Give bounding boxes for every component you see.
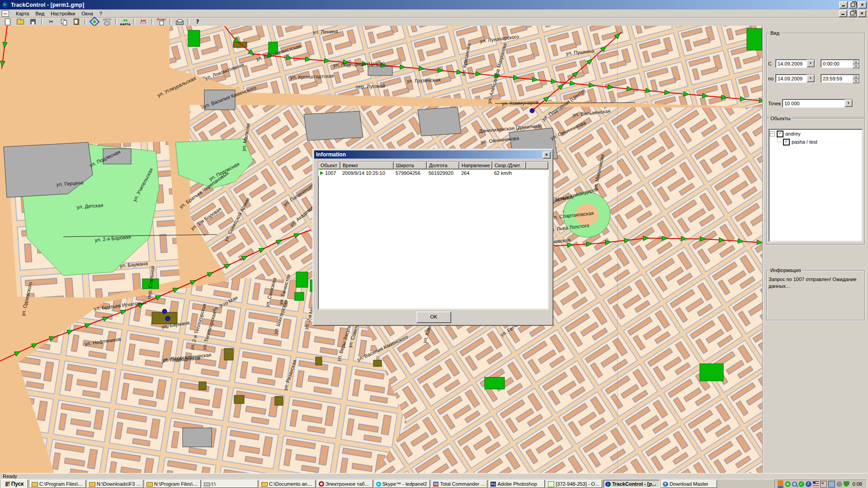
taskbar-button[interactable]: [372-948-253] - O... [546,480,602,488]
mdi-restore-button[interactable] [848,10,857,17]
center-target-button[interactable] [89,18,100,26]
auto-track-button[interactable]: АВТО [101,18,113,26]
save-button[interactable] [27,18,39,26]
tree-collapse-icon[interactable]: − [770,131,775,136]
menu-5[interactable]: ? [96,10,105,17]
column-header[interactable]: Скор./Длит. [492,162,526,169]
dialog-close-button[interactable]: × [542,151,551,159]
start-button[interactable]: Пуск [1,479,28,488]
agent-check-icon[interactable]: ✓ [798,481,804,487]
menu-2[interactable]: Вид [32,10,47,17]
cut-button[interactable]: ✂ [45,18,57,26]
dropdown-icon[interactable]: ▼ [807,75,815,82]
taskbar-button[interactable]: TCTotal Commander 7... [431,480,487,488]
antivirus-shield-icon[interactable] [844,481,849,487]
menu-4[interactable]: Окна [78,10,96,17]
ok-button[interactable]: OK [416,311,451,323]
minimize-button[interactable] [839,1,848,9]
icq-flower-icon[interactable] [785,481,791,487]
table-cell: 561929920 [427,170,459,176]
listview-header[interactable]: ОбьектВремяШиротаДолготаНапрвлениеСкор./… [318,162,548,169]
column-header[interactable]: Обьект [318,162,340,169]
column-header[interactable]: Время [340,162,394,169]
dialog-title-bar[interactable]: Information × [314,150,552,159]
column-header[interactable]: Долгота [427,162,459,169]
taskbar-button[interactable]: TrackControl - [p... [604,480,660,488]
listview-row[interactable]: 10072009/9/14 10:25:10579904256561929920… [318,169,548,176]
taskbar-button[interactable]: PsAdobe Photoshop [489,480,545,488]
taskbar-button[interactable]: Download Master [661,480,717,488]
menu-3[interactable]: Настройки [47,10,78,17]
help-button[interactable]: ? [192,18,203,26]
taskbar-button[interactable]: N:\Downloads\F3 R... [87,480,143,488]
mdi-close-button[interactable]: × [858,10,866,17]
column-header[interactable]: Широта [394,162,427,169]
toolbar-separator [151,19,153,25]
tray-clock[interactable]: 0:08 [851,481,864,487]
print-button[interactable] [174,18,185,26]
from-date-combo[interactable]: 14.09.2009 ▼ [775,59,815,68]
spin-down-icon[interactable]: ▼ [853,64,859,68]
document-icon[interactable]: doc [2,10,9,17]
tree-item-pasha-test[interactable]: ✓ pasha / test [777,138,862,145]
windows-logo-icon [5,481,10,486]
tray-app-icon[interactable] [778,480,783,488]
copy-button[interactable] [58,18,70,26]
spin-up-icon[interactable]: ▲ [853,75,859,79]
dropdown-icon[interactable]: ▼ [844,99,853,107]
tree-item-andrey[interactable]: − ✓ andrey [769,130,862,137]
printer-icon [176,21,184,25]
to-time-spinner[interactable]: 23:59:59 ▲▼ [821,74,860,83]
column-header[interactable] [526,162,548,169]
taskbar-button[interactable]: I:\ [202,480,258,488]
from-time-spinner[interactable]: 0:00:00 ▲▼ [821,59,860,68]
checkbox-pasha-test[interactable]: ✓ [783,139,790,145]
checkbox-andrey[interactable]: ✓ [777,131,783,137]
search-icon[interactable] [792,482,797,487]
open-file-button[interactable] [14,18,26,26]
network-disconnected-icon[interactable] [820,481,827,488]
mdi-minimize-button[interactable] [839,10,847,17]
taskbar-button[interactable]: SSkype™ - ledpanel2 [374,480,430,488]
toolbar-separator [115,19,117,25]
toolbar-separator [188,19,189,25]
objects-tree[interactable]: − ✓ andrey ✓ pasha / test [769,129,863,242]
folder2-icon [89,482,95,487]
folder2-icon [261,482,268,487]
open-folder-icon [17,19,24,24]
map-mode-button[interactable]: ↔ КАРТА [119,18,131,26]
taskbar-button[interactable]: C:\Program Files\F... [30,480,86,488]
network-icon[interactable] [828,481,835,488]
taskbar: Пуск C:\Program Files\F...N:\Downloads\F… [0,479,868,488]
paste-button[interactable] [71,18,82,26]
menu-1[interactable]: Карта [13,10,32,17]
dropdown-icon[interactable]: ▼ [807,60,815,67]
language-flag-icon[interactable] [813,481,819,487]
spin-down-icon[interactable]: ▼ [853,79,859,83]
download-bolt-icon[interactable] [806,481,811,487]
report-button[interactable]: Отчет [156,18,167,26]
title-bar[interactable]: TrackControl - [perm1.gmp] × [0,0,868,9]
start-label: Пуск [11,481,24,487]
taskbar-button[interactable]: N:\Program Files\F... [145,480,201,488]
close-button[interactable]: × [858,1,867,9]
volume-icon[interactable] [836,481,842,487]
to-date-combo[interactable]: 14.09.2009 ▼ [775,74,815,83]
taskbar-button-label: N:\Program Files\F... [154,481,199,487]
new-file-button[interactable] [2,18,14,26]
sidebar-panel: Вид С 14.09.2009 ▼ 0:00:00 ▲▼ по 14.09.2… [765,26,868,473]
tc-app-icon [605,482,611,487]
restore-icon [851,3,855,7]
points-combo[interactable]: 10 000 ▼ [782,99,853,108]
km-ruler-button[interactable]: КМ •—• [137,18,149,26]
spin-up-icon[interactable]: ▲ [853,60,859,64]
column-header[interactable]: Напрвление [459,162,492,169]
dialog-listview[interactable]: ОбьектВремяШиротаДолготаНапрвлениеСкор./… [318,161,549,310]
information-dialog[interactable]: Information × ОбьектВремяШиротаДолготаНа… [312,149,553,326]
taskbar-button[interactable]: C:\Documents and ... [259,480,316,488]
taskbar-button[interactable]: Электронное таб... [317,480,373,488]
table-cell: 579904256 [394,170,427,176]
taskbar-button-label: [372-948-253] - O... [556,481,599,487]
restore-button[interactable] [849,1,857,9]
opera-icon [319,481,324,487]
